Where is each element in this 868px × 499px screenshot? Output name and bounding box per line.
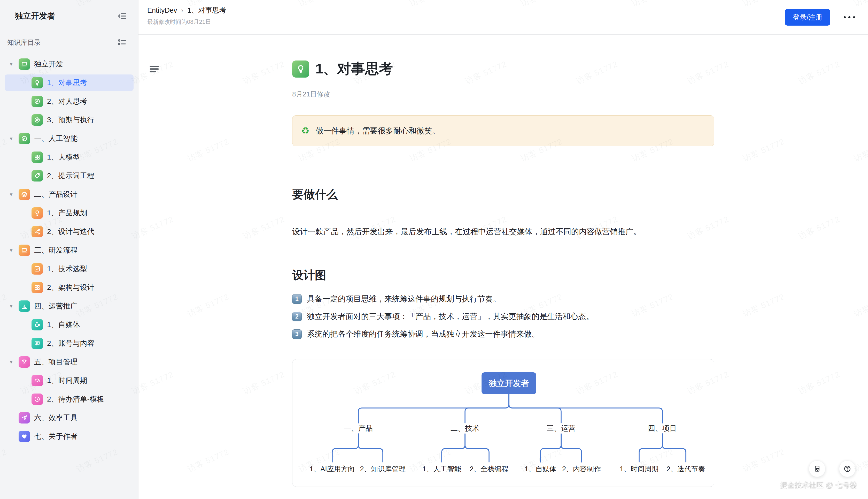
diagram-branch-label: 三、运营 bbox=[546, 424, 576, 433]
sidebar-item-guanyu-zuozhe[interactable]: 七、关于作者 bbox=[5, 428, 134, 445]
sidebar-item-yuqi-zhixing[interactable]: 3、预期与执行 bbox=[5, 112, 134, 128]
compass-icon bbox=[18, 133, 30, 144]
breadcrumb: EntityDev › 1、对事思考 最新修改时间为08月21日 bbox=[147, 6, 226, 26]
sidebar-item-jishu-xuanxing[interactable]: 1、技术选型 bbox=[5, 260, 134, 277]
chat-edit-icon bbox=[32, 338, 43, 349]
diagram-leaf-label: 1、自媒体 bbox=[525, 464, 556, 474]
keycap-1-icon: 1 bbox=[292, 294, 302, 304]
trophy-icon bbox=[18, 356, 30, 368]
question-mark-icon bbox=[843, 465, 852, 473]
outline-view-button[interactable] bbox=[116, 37, 128, 48]
sidebar-item-da-moxing[interactable]: 1、大模型 bbox=[5, 149, 134, 166]
document-area: 1、对事思考 8月21日修改 ♻ 做一件事情，需要很多耐心和微笑。 要做什么 设… bbox=[138, 35, 868, 499]
login-register-button[interactable]: 登录/注册 bbox=[785, 9, 830, 26]
breadcrumb-separator-icon: › bbox=[181, 7, 184, 14]
help-button[interactable] bbox=[839, 461, 856, 477]
sidebar-item-daiban-qingdan[interactable]: 2、待办清单-模板 bbox=[5, 391, 134, 407]
sidebar-item-sheji-diedai[interactable]: 2、设计与迭代 bbox=[5, 223, 134, 240]
feedback-button[interactable] bbox=[809, 461, 826, 477]
sidebar-item-duishi-sikao[interactable]: 1、对事思考 bbox=[5, 74, 134, 91]
compass-icon bbox=[32, 96, 43, 107]
workspace-title: 独立开发者 bbox=[15, 11, 55, 22]
diagram-leaf-label: 1、人工智能 bbox=[423, 464, 461, 474]
layers-icon bbox=[18, 189, 30, 200]
list-item: 1 具备一定的项目思维，来统筹这件事的规划与执行节奏。 bbox=[292, 293, 714, 305]
sidebar-item-duiren-sikao[interactable]: 2、对人思考 bbox=[5, 93, 134, 110]
knowledge-tree: ▾ 独立开发 1、对事思考 2、对人思考 3、预期与执行 ▾ 一、人工智能 1、… bbox=[0, 56, 138, 445]
callout: ♻ 做一件事情，需要很多耐心和微笑。 bbox=[292, 115, 714, 146]
sidebar-item-yunying-tuiguang[interactable]: ▾ 四、运营推广 bbox=[5, 298, 134, 314]
keycap-3-icon: 3 bbox=[292, 329, 302, 339]
aperture-icon bbox=[32, 114, 43, 126]
outline-icon bbox=[117, 37, 127, 48]
sidebar-item-shijian-zhouqi[interactable]: 1、时间周期 bbox=[5, 372, 134, 389]
sidebar-item-zimeiti[interactable]: 1、自媒体 bbox=[5, 316, 134, 333]
sidebar-item-yanfa-liucheng[interactable]: ▾ 三、研发流程 bbox=[5, 242, 134, 258]
grid-icon bbox=[32, 151, 43, 163]
sidebar-item-tishici-gongcheng[interactable]: 2、提示词工程 bbox=[5, 168, 134, 184]
recycle-emoji-icon: ♻ bbox=[301, 125, 310, 136]
breadcrumb-current: 1、对事思考 bbox=[188, 6, 226, 15]
diagram-leaf-label: 2、全栈编程 bbox=[470, 464, 508, 474]
diagram-branch-label: 二、技术 bbox=[451, 424, 479, 433]
diagram-branch-label: 四、项目 bbox=[648, 424, 677, 433]
laptop-icon bbox=[18, 245, 30, 256]
diagram-leaf-label: 2、内容制作 bbox=[562, 464, 601, 474]
design-list: 1 具备一定的项目思维，来统筹这件事的规划与执行节奏。 2 独立开发者面对的三大… bbox=[292, 293, 714, 340]
heading-design: 设计图 bbox=[292, 268, 714, 282]
diagram-leaf-label: 1、时间周期 bbox=[620, 464, 658, 474]
diagram-leaf-label: 1、AI应用方向 bbox=[310, 464, 355, 474]
caret-down-icon[interactable]: ▾ bbox=[10, 359, 18, 365]
sidebar: 独立开发者 知识库目录 ▾ 独立开发 1、对事思考 2、对人思考 3、预期与执行 bbox=[0, 0, 138, 499]
tag-icon bbox=[32, 170, 43, 182]
diagram-branch-label: 一、产品 bbox=[344, 424, 373, 433]
sidebar-item-rengong-zhineng[interactable]: ▾ 一、人工智能 bbox=[5, 130, 134, 147]
sidebar-item-xiaolv-gongju[interactable]: 六、效率工具 bbox=[5, 410, 134, 426]
caret-down-icon[interactable]: ▾ bbox=[10, 191, 18, 197]
gauge-icon bbox=[32, 375, 43, 386]
breadcrumb-root[interactable]: EntityDev bbox=[147, 7, 177, 14]
toc-lines-icon bbox=[149, 63, 160, 75]
panel-collapse-icon bbox=[117, 11, 127, 21]
more-menu-button[interactable] bbox=[841, 14, 858, 21]
lightbulb-icon bbox=[32, 77, 43, 88]
lightbulb-icon bbox=[32, 207, 43, 219]
doc-modified-date: 8月21日修改 bbox=[292, 90, 714, 99]
section-label: 知识库目录 bbox=[7, 38, 41, 47]
page-title: 1、对事思考 bbox=[315, 60, 393, 78]
feedback-doc-icon bbox=[813, 465, 821, 473]
diagram-leaf-label: 2、知识库管理 bbox=[360, 464, 406, 474]
clock-icon bbox=[32, 393, 43, 405]
callout-text: 做一件事情，需要很多耐心和微笑。 bbox=[316, 126, 440, 136]
diagram-leaf-label: 2、迭代节奏 bbox=[667, 464, 705, 474]
list-item: 3 系统的把各个维度的任务统筹协调，当成独立开发这一件事情来做。 bbox=[292, 328, 714, 340]
grid-icon bbox=[32, 282, 43, 293]
watermark-credit: 掘金技术社区 @ 七号楼 bbox=[780, 480, 857, 490]
caret-down-icon[interactable]: ▾ bbox=[10, 303, 18, 309]
sidebar-item-duli-kaifa[interactable]: ▾ 独立开发 bbox=[5, 56, 134, 72]
last-modified-note: 最新修改时间为08月21日 bbox=[147, 18, 226, 26]
list-item: 2 独立开发者面对的三大事项：「产品，技术，运营」，其实更抽象的是生活和心态。 bbox=[292, 311, 714, 322]
sidebar-item-chanpin-guihua[interactable]: 1、产品规划 bbox=[5, 205, 134, 221]
caret-down-icon[interactable]: ▾ bbox=[10, 247, 18, 253]
mindmap-diagram: 独立开发者 一、产品 二、技术 三、运营 四、项目 1、AI应用方向 2、知识库… bbox=[292, 359, 714, 487]
coffee-icon bbox=[32, 319, 43, 330]
heading-what-to-do: 要做什么 bbox=[292, 188, 714, 201]
sidebar-item-xiangmu-guanli[interactable]: ▾ 五、项目管理 bbox=[5, 354, 134, 370]
sidebar-item-jiagou-sheji[interactable]: 2、架构与设计 bbox=[5, 279, 134, 296]
heart-icon bbox=[18, 431, 30, 442]
topbar: EntityDev › 1、对事思考 最新修改时间为08月21日 登录/注册 bbox=[138, 0, 868, 35]
laptop-icon bbox=[18, 58, 30, 70]
sidebar-item-chanpin-sheji[interactable]: ▾ 二、产品设计 bbox=[5, 186, 134, 203]
checkbox-icon bbox=[32, 263, 43, 275]
toc-toggle-button[interactable] bbox=[148, 63, 161, 75]
bar-chart-icon bbox=[18, 301, 30, 312]
keycap-2-icon: 2 bbox=[292, 312, 302, 321]
share-nodes-icon bbox=[32, 226, 43, 238]
caret-down-icon[interactable]: ▾ bbox=[10, 61, 18, 67]
sidebar-item-zhanghao-neirong[interactable]: 2、账号与内容 bbox=[5, 335, 134, 352]
doc-lightbulb-icon bbox=[292, 61, 309, 77]
diagram-root-node: 独立开发者 bbox=[481, 372, 536, 394]
caret-down-icon[interactable]: ▾ bbox=[10, 135, 18, 142]
collapse-sidebar-button[interactable] bbox=[116, 10, 128, 22]
